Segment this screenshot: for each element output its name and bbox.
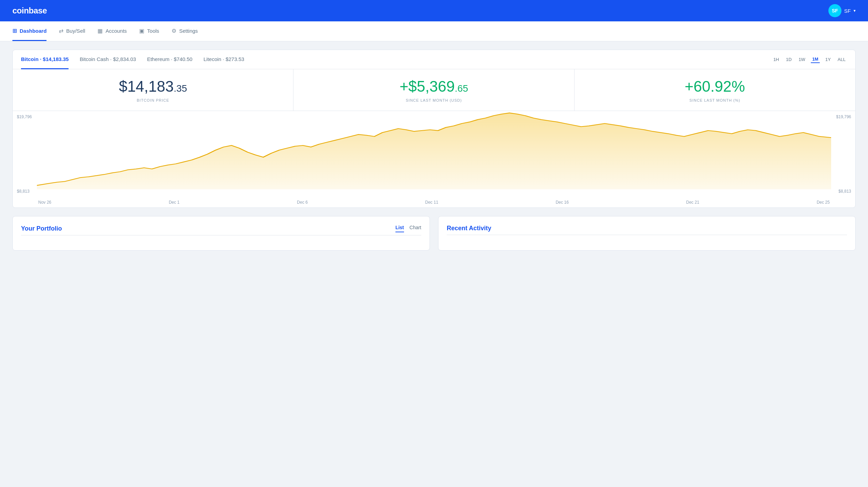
accounts-icon: ▦: [97, 28, 103, 34]
chart-y-labels-right: $19,796 $8,813: [831, 111, 855, 197]
ticker-litecoin[interactable]: Litecoin · $273.53: [204, 50, 244, 69]
nav-label-tools: Tools: [147, 28, 159, 34]
portfolio-header: Your Portfolio List Chart: [21, 225, 421, 232]
portfolio-divider: [21, 235, 421, 235]
buysell-icon: ⇄: [59, 28, 63, 34]
ticker-bitcoin-cash-label: Bitcoin Cash · $2,834.03: [80, 56, 136, 62]
secondary-navigation: ⊞ Dashboard ⇄ Buy/Sell ▦ Accounts ▣ Tool…: [0, 21, 868, 41]
nav-item-accounts[interactable]: ▦ Accounts: [97, 21, 127, 41]
nav-label-accounts: Accounts: [105, 28, 127, 34]
time-btn-1h[interactable]: 1H: [772, 56, 781, 63]
ticker-tabs: Bitcoin · $14,183.35 Bitcoin Cash · $2,8…: [13, 50, 855, 69]
time-btn-all[interactable]: ALL: [836, 56, 847, 63]
stat-price-value: $14,183.35: [21, 79, 285, 94]
nav-item-settings[interactable]: ⚙ Settings: [172, 21, 198, 41]
time-btn-1y[interactable]: 1Y: [824, 56, 832, 63]
ticker-bitcoin[interactable]: Bitcoin · $14,183.35: [21, 50, 69, 69]
ticker-litecoin-label: Litecoin · $273.53: [204, 56, 244, 62]
time-btn-1m[interactable]: 1M: [811, 56, 820, 63]
stats-row: $14,183.35 BITCOIN PRICE +$5,369.65 SINC…: [13, 69, 855, 111]
portfolio-tab-chart[interactable]: Chart: [410, 225, 421, 232]
x-label-dec6: Dec 6: [297, 200, 308, 205]
stat-change-usd-label: SINCE LAST MONTH (USD): [302, 98, 566, 102]
stat-price-label: BITCOIN PRICE: [21, 98, 285, 102]
nav-label-dashboard: Dashboard: [20, 28, 46, 34]
nav-label-buysell: Buy/Sell: [66, 28, 85, 34]
price-chart: $19,796 $8,813 $19,796 $8,813: [13, 111, 855, 207]
stat-change-pct-label: SINCE LAST MONTH (%): [583, 98, 847, 102]
chevron-down-icon: ▾: [854, 8, 856, 13]
dashboard-icon: ⊞: [12, 28, 17, 34]
recent-activity-title: Recent Activity: [447, 225, 491, 232]
x-label-dec11: Dec 11: [425, 200, 438, 205]
x-label-dec1: Dec 1: [169, 200, 179, 205]
time-btn-1d[interactable]: 1D: [785, 56, 793, 63]
stat-change-pct-value: +60.92%: [583, 79, 847, 94]
coinbase-logo: coinbase: [12, 6, 47, 16]
stat-price: $14,183.35 BITCOIN PRICE: [13, 69, 293, 111]
tools-icon: ▣: [139, 28, 144, 34]
portfolio-tab-list[interactable]: List: [395, 225, 404, 232]
chart-x-labels: Nov 26 Dec 1 Dec 6 Dec 11 Dec 16 Dec 21 …: [37, 197, 831, 207]
x-label-dec16: Dec 16: [556, 200, 569, 205]
stat-change-usd-value: +$5,369.65: [302, 79, 566, 94]
stat-change-usd: +$5,369.65 SINCE LAST MONTH (USD): [293, 69, 574, 111]
nav-item-buysell[interactable]: ⇄ Buy/Sell: [59, 21, 85, 41]
bottom-row: Your Portfolio List Chart Recent Activit…: [12, 216, 856, 251]
chart-card: Bitcoin · $14,183.35 Bitcoin Cash · $2,8…: [12, 50, 856, 208]
nav-label-settings: Settings: [179, 28, 198, 34]
stat-change-pct: +60.92% SINCE LAST MONTH (%): [575, 69, 855, 111]
time-btn-1w[interactable]: 1W: [797, 56, 807, 63]
chart-y-labels-left: $19,796 $8,813: [13, 111, 37, 197]
ticker-ethereum[interactable]: Ethereum · $740.50: [147, 50, 193, 69]
nav-item-tools[interactable]: ▣ Tools: [139, 21, 159, 41]
top-navigation: coinbase SF SF ▾: [0, 0, 868, 21]
recent-activity-header: Recent Activity: [447, 225, 847, 232]
x-label-dec25: Dec 25: [817, 200, 830, 205]
username-label: SF: [844, 8, 851, 14]
ticker-bitcoin-label: Bitcoin · $14,183.35: [21, 56, 69, 62]
settings-icon: ⚙: [172, 28, 176, 34]
recent-activity-card: Recent Activity: [438, 216, 856, 251]
chart-svg-area: [37, 111, 831, 197]
nav-item-dashboard[interactable]: ⊞ Dashboard: [12, 21, 46, 41]
ticker-bitcoin-cash[interactable]: Bitcoin Cash · $2,834.03: [80, 50, 136, 69]
avatar: SF: [828, 4, 841, 17]
time-filter-group: 1H 1D 1W 1M 1Y ALL: [772, 56, 847, 63]
portfolio-view-tabs: List Chart: [395, 225, 421, 232]
portfolio-title: Your Portfolio: [21, 225, 62, 232]
main-content: Bitcoin · $14,183.35 Bitcoin Cash · $2,8…: [0, 41, 868, 259]
user-menu[interactable]: SF SF ▾: [828, 4, 856, 17]
x-label-dec21: Dec 21: [686, 200, 699, 205]
portfolio-card: Your Portfolio List Chart: [12, 216, 430, 251]
ticker-list: Bitcoin · $14,183.35 Bitcoin Cash · $2,8…: [21, 50, 244, 69]
ticker-ethereum-label: Ethereum · $740.50: [147, 56, 193, 62]
x-label-nov26: Nov 26: [38, 200, 51, 205]
recent-activity-divider: [447, 235, 847, 235]
